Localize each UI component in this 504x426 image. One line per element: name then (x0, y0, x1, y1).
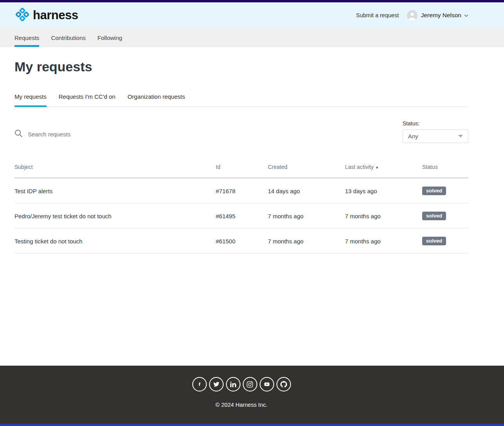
nav-tab-following[interactable]: Following (98, 28, 122, 47)
brand-name: harness (33, 8, 78, 22)
page-title: My requests (14, 59, 468, 74)
request-last-activity: 7 months ago (345, 228, 422, 254)
table-row[interactable]: Test IDP alerts #71678 14 days ago 13 da… (14, 178, 468, 203)
main-nav: Requests Contributions Following (0, 28, 504, 47)
linkedin-icon[interactable] (226, 377, 240, 392)
request-subject[interactable]: Pedro/Jeremy test ticket do not touch (14, 203, 216, 228)
status-badge: solved (422, 237, 446, 245)
column-header-subject[interactable]: Subject (14, 164, 216, 178)
nav-tab-contributions[interactable]: Contributions (51, 28, 85, 47)
request-last-activity: 7 months ago (345, 203, 422, 228)
table-header-row: Subject Id Created Last activity▼ Status (14, 164, 468, 178)
user-menu[interactable]: Jeremy Nelson (407, 10, 468, 21)
brand-bottom-bar (0, 424, 504, 426)
facebook-icon[interactable] (192, 377, 207, 392)
search-input[interactable] (28, 131, 231, 138)
twitter-icon[interactable] (209, 377, 224, 392)
footer: © 2024 Harness Inc. (0, 366, 504, 424)
user-name: Jeremy Nelson (421, 12, 461, 19)
request-created: 7 months ago (268, 203, 345, 228)
column-header-id[interactable]: Id (216, 164, 268, 178)
submit-request-link[interactable]: Submit a request (356, 12, 399, 18)
filters-row: Status: Any (14, 120, 468, 143)
request-created: 7 months ago (268, 228, 345, 254)
subtab-organization-requests[interactable]: Organization requests (128, 91, 185, 107)
request-subtabs: My requests Requests I'm CC'd on Organiz… (14, 91, 468, 107)
request-id: #71678 (216, 178, 268, 203)
column-header-last-activity-label: Last activity (345, 164, 374, 170)
instagram-icon[interactable] (243, 377, 257, 392)
harness-logo[interactable]: harness (14, 7, 78, 24)
subtab-my-requests[interactable]: My requests (14, 91, 47, 107)
request-created: 14 days ago (268, 178, 345, 203)
chevron-down-icon (464, 12, 468, 19)
youtube-icon[interactable] (260, 377, 274, 392)
search-box (14, 129, 231, 139)
status-select-value: Any (408, 133, 418, 140)
subtab-requests-ccd[interactable]: Requests I'm CC'd on (59, 91, 116, 107)
column-header-status[interactable]: Status (422, 164, 468, 178)
request-subject[interactable]: Testing ticket do not touch (14, 228, 216, 254)
request-subject[interactable]: Test IDP alerts (14, 178, 216, 203)
header: harness Submit a request Jeremy Nelson (0, 2, 504, 28)
social-links (14, 377, 468, 392)
copyright-text: © 2024 Harness Inc. (14, 402, 468, 408)
select-caret-icon (458, 135, 463, 138)
status-filter: Status: Any (403, 120, 468, 143)
nav-tab-requests[interactable]: Requests (14, 28, 39, 47)
status-select[interactable]: Any (403, 129, 468, 143)
status-badge: solved (422, 187, 446, 195)
github-icon[interactable] (276, 377, 291, 392)
requests-table: Subject Id Created Last activity▼ Status… (14, 164, 468, 254)
table-row[interactable]: Testing ticket do not touch #61500 7 mon… (14, 228, 468, 254)
request-id: #61500 (216, 228, 268, 254)
column-header-last-activity[interactable]: Last activity▼ (345, 164, 422, 178)
status-filter-label: Status: (403, 120, 468, 127)
request-id: #61495 (216, 203, 268, 228)
avatar (407, 10, 417, 21)
harness-logo-icon (14, 7, 30, 24)
table-row[interactable]: Pedro/Jeremy test ticket do not touch #6… (14, 203, 468, 228)
main-content: My requests My requests Requests I'm CC'… (14, 47, 468, 366)
search-icon (14, 129, 28, 139)
sort-descending-icon: ▼ (375, 166, 379, 170)
column-header-created[interactable]: Created (268, 164, 345, 178)
status-badge: solved (422, 212, 446, 220)
request-last-activity: 13 days ago (345, 178, 422, 203)
